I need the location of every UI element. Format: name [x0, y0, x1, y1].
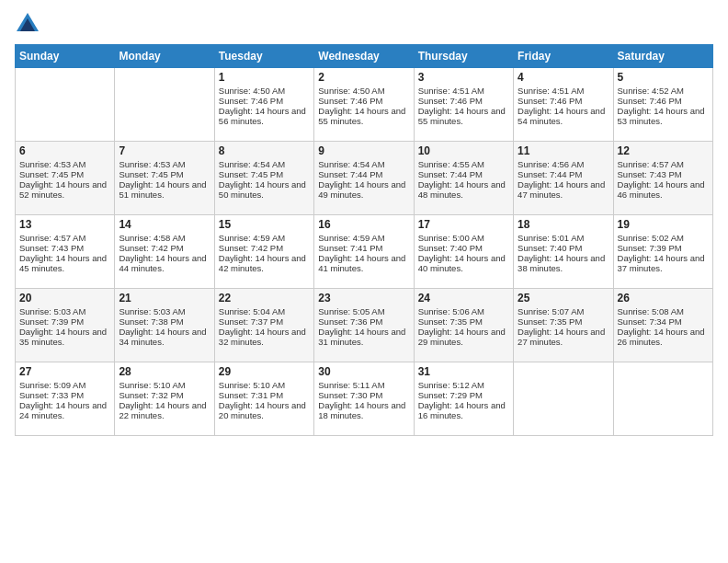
daylight-text: Daylight: 14 hours and 54 minutes. — [518, 106, 609, 126]
sunrise-text: Sunrise: 4:57 AM — [618, 159, 709, 169]
calendar-cell: 17Sunrise: 5:00 AMSunset: 7:40 PMDayligh… — [414, 215, 513, 289]
sunset-text: Sunset: 7:46 PM — [518, 96, 609, 106]
daylight-text: Daylight: 14 hours and 48 minutes. — [418, 179, 509, 200]
sunrise-text: Sunrise: 4:51 AM — [418, 86, 509, 96]
header — [15, 11, 713, 37]
sunset-text: Sunset: 7:39 PM — [618, 243, 709, 253]
day-number: 15 — [219, 218, 310, 231]
sunset-text: Sunset: 7:45 PM — [119, 169, 210, 179]
calendar-cell: 1Sunrise: 4:50 AMSunset: 7:46 PMDaylight… — [214, 68, 313, 142]
daylight-text: Daylight: 14 hours and 18 minutes. — [318, 400, 409, 420]
sunset-text: Sunset: 7:43 PM — [618, 169, 709, 179]
daylight-text: Daylight: 14 hours and 49 minutes. — [318, 179, 409, 200]
sunrise-text: Sunrise: 4:59 AM — [219, 233, 310, 243]
sunset-text: Sunset: 7:38 PM — [119, 316, 210, 327]
day-header-friday: Friday — [514, 45, 613, 68]
daylight-text: Daylight: 14 hours and 42 minutes. — [219, 253, 310, 273]
calendar-cell: 31Sunrise: 5:12 AMSunset: 7:29 PMDayligh… — [414, 362, 513, 436]
day-number: 23 — [318, 292, 409, 304]
sunset-text: Sunset: 7:35 PM — [418, 316, 509, 327]
daylight-text: Daylight: 14 hours and 26 minutes. — [618, 327, 709, 347]
sunrise-text: Sunrise: 5:10 AM — [219, 380, 310, 390]
calendar-cell: 8Sunrise: 4:54 AMSunset: 7:45 PMDaylight… — [214, 142, 313, 215]
calendar-cell: 26Sunrise: 5:08 AMSunset: 7:34 PMDayligh… — [613, 289, 712, 362]
calendar-cell: 7Sunrise: 4:53 AMSunset: 7:45 PMDaylight… — [115, 142, 214, 215]
sunset-text: Sunset: 7:44 PM — [418, 169, 509, 179]
daylight-text: Daylight: 14 hours and 52 minutes. — [19, 179, 110, 200]
sunrise-text: Sunrise: 4:54 AM — [219, 159, 310, 169]
calendar-cell: 3Sunrise: 4:51 AMSunset: 7:46 PMDaylight… — [414, 68, 513, 142]
day-header-monday: Monday — [115, 45, 214, 68]
calendar-cell — [16, 68, 115, 142]
day-number: 24 — [418, 292, 509, 304]
calendar-cell: 2Sunrise: 4:50 AMSunset: 7:46 PMDaylight… — [314, 68, 414, 142]
sunrise-text: Sunrise: 4:50 AM — [318, 86, 409, 96]
day-number: 5 — [618, 71, 709, 84]
daylight-text: Daylight: 14 hours and 46 minutes. — [618, 179, 709, 200]
daylight-text: Daylight: 14 hours and 16 minutes. — [418, 400, 509, 420]
calendar-cell: 13Sunrise: 4:57 AMSunset: 7:43 PMDayligh… — [16, 215, 115, 289]
day-number: 17 — [418, 218, 509, 231]
sunset-text: Sunset: 7:34 PM — [618, 316, 709, 327]
daylight-text: Daylight: 14 hours and 32 minutes. — [219, 327, 310, 347]
day-number: 6 — [19, 144, 110, 157]
daylight-text: Daylight: 14 hours and 45 minutes. — [19, 253, 110, 273]
sunset-text: Sunset: 7:32 PM — [119, 390, 210, 400]
week-row-2: 6Sunrise: 4:53 AMSunset: 7:45 PMDaylight… — [16, 142, 713, 215]
calendar-cell: 5Sunrise: 4:52 AMSunset: 7:46 PMDaylight… — [613, 68, 712, 142]
sunset-text: Sunset: 7:31 PM — [219, 390, 310, 400]
day-number: 29 — [219, 365, 310, 378]
day-number: 21 — [119, 292, 210, 304]
day-number: 19 — [618, 218, 709, 231]
sunrise-text: Sunrise: 5:07 AM — [518, 306, 609, 316]
sunset-text: Sunset: 7:46 PM — [418, 96, 509, 106]
sunrise-text: Sunrise: 4:57 AM — [19, 233, 110, 243]
sunset-text: Sunset: 7:36 PM — [318, 316, 409, 327]
page: SundayMondayTuesdayWednesdayThursdayFrid… — [0, 0, 728, 563]
day-number: 26 — [618, 292, 709, 304]
sunset-text: Sunset: 7:43 PM — [19, 243, 110, 253]
calendar-cell: 24Sunrise: 5:06 AMSunset: 7:35 PMDayligh… — [414, 289, 513, 362]
daylight-text: Daylight: 14 hours and 55 minutes. — [318, 106, 409, 126]
day-number: 12 — [618, 144, 709, 157]
day-number: 3 — [418, 71, 509, 84]
calendar-cell: 10Sunrise: 4:55 AMSunset: 7:44 PMDayligh… — [414, 142, 513, 215]
sunrise-text: Sunrise: 5:01 AM — [518, 233, 609, 243]
calendar-cell — [115, 68, 214, 142]
sunset-text: Sunset: 7:42 PM — [219, 243, 310, 253]
sunrise-text: Sunrise: 4:54 AM — [318, 159, 409, 169]
daylight-text: Daylight: 14 hours and 47 minutes. — [518, 179, 609, 200]
sunset-text: Sunset: 7:39 PM — [19, 316, 110, 327]
day-number: 2 — [318, 71, 409, 84]
daylight-text: Daylight: 14 hours and 51 minutes. — [119, 179, 210, 200]
calendar-cell: 12Sunrise: 4:57 AMSunset: 7:43 PMDayligh… — [613, 142, 712, 215]
sunset-text: Sunset: 7:45 PM — [219, 169, 310, 179]
day-number: 22 — [219, 292, 310, 304]
daylight-text: Daylight: 14 hours and 50 minutes. — [219, 179, 310, 200]
sunrise-text: Sunrise: 4:58 AM — [119, 233, 210, 243]
day-number: 13 — [19, 218, 110, 231]
calendar-cell: 6Sunrise: 4:53 AMSunset: 7:45 PMDaylight… — [16, 142, 115, 215]
day-number: 30 — [318, 365, 409, 378]
calendar-cell: 18Sunrise: 5:01 AMSunset: 7:40 PMDayligh… — [514, 215, 613, 289]
day-number: 28 — [119, 365, 210, 378]
sunrise-text: Sunrise: 4:52 AM — [618, 86, 709, 96]
calendar-cell — [514, 362, 613, 436]
sunset-text: Sunset: 7:46 PM — [318, 96, 409, 106]
day-number: 11 — [518, 144, 609, 157]
calendar: SundayMondayTuesdayWednesdayThursdayFrid… — [15, 44, 713, 436]
day-number: 4 — [518, 71, 609, 84]
daylight-text: Daylight: 14 hours and 31 minutes. — [318, 327, 409, 347]
sunset-text: Sunset: 7:45 PM — [19, 169, 110, 179]
sunset-text: Sunset: 7:46 PM — [618, 96, 709, 106]
calendar-cell: 20Sunrise: 5:03 AMSunset: 7:39 PMDayligh… — [16, 289, 115, 362]
calendar-cell: 29Sunrise: 5:10 AMSunset: 7:31 PMDayligh… — [214, 362, 313, 436]
sunrise-text: Sunrise: 5:08 AM — [618, 306, 709, 316]
daylight-text: Daylight: 14 hours and 34 minutes. — [119, 327, 210, 347]
calendar-cell: 19Sunrise: 5:02 AMSunset: 7:39 PMDayligh… — [613, 215, 712, 289]
daylight-text: Daylight: 14 hours and 35 minutes. — [19, 327, 110, 347]
day-number: 27 — [19, 365, 110, 378]
day-header-wednesday: Wednesday — [314, 45, 414, 68]
calendar-header-row: SundayMondayTuesdayWednesdayThursdayFrid… — [16, 45, 713, 68]
sunrise-text: Sunrise: 4:55 AM — [418, 159, 509, 169]
